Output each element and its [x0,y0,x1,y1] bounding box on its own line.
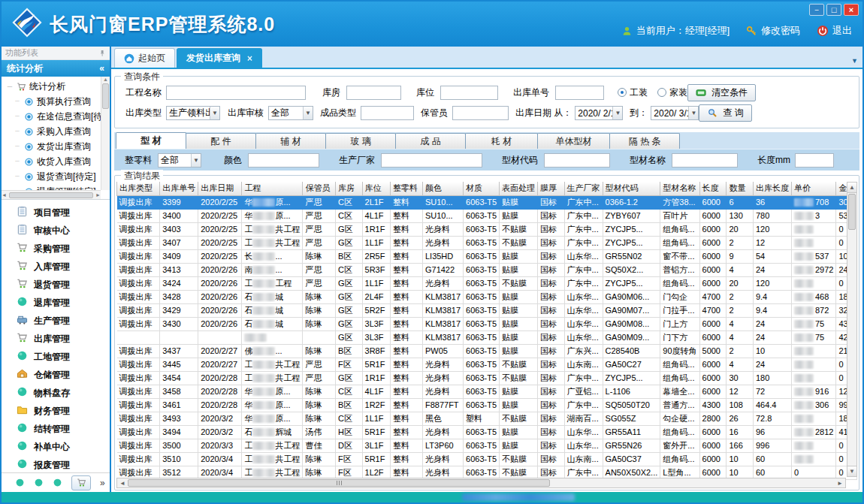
table-row[interactable]: 调拨出库34072020/2/25工共工程严思G区1L1F整料光身料6063-T… [117,236,857,249]
tree-item[interactable]: ┈ 预算执行查询 [6,94,110,109]
table-row[interactable]: 调拨出库34132020/2/26南...严思C区5R3F整料G71422606… [117,263,857,276]
material-tab[interactable]: 耗 材 [465,133,538,149]
column-header[interactable]: 整零料 [391,182,423,195]
column-header[interactable]: 出库日期 [198,182,242,195]
sidebar-menu-item[interactable]: 补单中心 [2,438,110,456]
profile-code-input[interactable] [544,153,610,167]
whole-part-select[interactable]: 全部▼ [158,153,201,167]
column-header[interactable]: 工程 [242,182,303,195]
slot-input[interactable] [440,86,498,100]
sidebar-menu-item[interactable]: 入库管理 [2,258,110,276]
tab-home[interactable]: 起始页 [114,48,175,68]
clear-conditions-button[interactable]: 清空条件 [687,84,756,101]
table-row[interactable]: 调拨出库34942020/3/2石辉城汤伟H区5R1F整料光身料6063-T5贴… [117,425,857,439]
table-row[interactable]: 调拨出库35002020/3/3工共工程曹佳D区3L1F整料LT3P606063… [117,439,857,452]
order-no-input[interactable] [555,86,604,100]
sidebar-menu-item[interactable]: 结转管理 [2,420,110,438]
tab-shipment-query[interactable]: 发货出库查询 × [177,48,262,68]
column-header[interactable]: 保管员 [303,182,336,195]
product-type-input[interactable] [361,106,414,120]
more-buttons-chevron[interactable]: » [100,478,105,488]
column-header[interactable]: 库房 [336,182,363,195]
column-header[interactable]: 数量 [727,182,754,195]
sidebar-menu-item[interactable]: 审核中心 [2,222,110,240]
table-row[interactable]: 调拨出库34452020/2/27工共工程严思F区5R1F整料光身料6063-T… [117,358,857,371]
table-row[interactable]: 调拨出库34032020/2/25工共工程严思G区1R1F整料光身料6063-T… [117,222,857,236]
tree-item[interactable]: ┈ 收货入库查询 [6,154,110,169]
dot-icon[interactable] [53,478,62,487]
sidebar-menu-item[interactable]: 工地管理 [2,348,110,366]
collapse-icon[interactable]: « [99,63,104,74]
sidebar-menu-item[interactable]: 财务管理 [2,402,110,420]
table-row[interactable]: 调拨出库34542020/2/28工共工程严思G区1R1F整料光身料6063-T… [117,371,857,385]
dot-icon[interactable] [15,478,25,487]
table-row[interactable]: 调拨出库34582020/2/28华原...陈琳C区4L1F整料光身料6063-… [117,385,857,398]
pin-icon[interactable] [98,50,106,57]
length-input[interactable] [795,153,834,167]
column-header[interactable]: 库位 [362,182,391,195]
table-row[interactable]: 调拨出库35102020/3/4工共工程陈琳F区5R1F整料光身料6063-T5… [117,452,857,466]
sidebar-menu-item[interactable]: 项目管理 [2,204,110,222]
table-row[interactable]: 调拨出库34612020/2/28华原...陈琳B区1R2F整料F8877FT6… [117,398,857,412]
profile-name-input[interactable] [672,153,738,167]
tree-vertical-scrollbar[interactable]: ▲ [101,77,110,190]
table-row[interactable]: 调拨出库33992020/2/25华原...严思C区2L1F整料SU10...6… [117,195,857,209]
table-row[interactable]: G区3L3F整料KLM38176063-T5贴膜国标山东华...GA90M09.… [117,330,857,344]
column-header[interactable]: 表面处理 [500,182,538,195]
sidebar-menu-item[interactable]: 出库管理 [2,330,110,348]
column-header[interactable]: 膜厚 [538,182,565,195]
material-tab[interactable]: 玻 璃 [325,133,396,149]
material-tab[interactable]: 型 材 [116,132,186,149]
material-tab[interactable]: 辅 材 [255,133,326,149]
column-header[interactable]: 出库类型 [117,182,160,195]
table-row[interactable]: 调拨出库34242020/2/26工工程严思G区1L1F整料光身料6063-T5… [117,276,857,290]
sidebar-menu-item[interactable]: 退货管理 [2,276,110,294]
logout-button[interactable]: 退出 [817,24,852,38]
column-header[interactable]: 出库单号 [160,182,198,195]
table-row[interactable]: 调拨出库34092020/2/25长...陈琳B区2R5F整料LI35HD606… [117,249,857,263]
tree-item[interactable]: ┈ 采购入库查询 [6,124,110,139]
close-button[interactable]: × [844,4,859,16]
sidebar-menu-item[interactable]: 报废管理 [2,456,110,472]
table-row[interactable]: 调拨出库34002020/2/25华原...严思C区4L1F整料SU10...6… [117,209,857,222]
column-header[interactable]: 材质 [464,182,500,195]
tree-item[interactable]: ┈ 退货查询[待定] [6,169,110,184]
column-header[interactable]: 长度 [699,182,727,195]
material-tab[interactable]: 成 品 [395,133,466,149]
column-header[interactable]: 生产厂家 [564,182,603,195]
keeper-input[interactable] [452,106,509,120]
tree-horizontal-scrollbar[interactable]: ◄► [2,190,101,199]
cart-view-button[interactable] [71,475,91,490]
column-header[interactable]: 颜色 [422,182,463,195]
dot-icon[interactable] [34,478,44,487]
date-from-select[interactable]: 2020/ 2/16▼ [575,106,623,120]
table-row[interactable]: 调拨出库34372020/2/27佛...陈琳B区3R8F整料PW056063-… [117,344,857,358]
radio-gongzhuang[interactable]: 工装 [618,86,648,99]
table-vertical-scrollbar[interactable]: ▲ ▼ [847,182,857,477]
tab-close-icon[interactable]: × [247,53,252,64]
tab-overflow-icon[interactable]: ▼ [851,57,858,65]
radio-jiazhuang[interactable]: 家装 [657,86,687,99]
change-password-button[interactable]: 修改密码 [746,24,800,38]
sidebar-menu-item[interactable]: 退库管理 [2,294,110,312]
date-to-select[interactable]: 2020/ 3/16▼ [651,106,699,120]
column-header[interactable]: 出库长度 [753,182,791,195]
tree-item[interactable]: ┈ 发货出库查询 [6,139,110,154]
sidebar-menu-item[interactable]: 生产管理 [2,312,110,330]
maximize-button[interactable]: □ [826,4,841,16]
table-row[interactable]: 调拨出库34932020/3/2华原...陈琳C区1L1F整料黑色塑料不贴膜国标… [117,412,857,425]
tree-item[interactable]: ┈ 在途信息查询[待 [6,109,110,124]
table-horizontal-scrollbar[interactable]: ◄ ► [116,478,846,488]
material-tab[interactable]: 隔 热 条 [609,133,680,149]
maker-input[interactable] [381,153,482,167]
sidebar-menu-item[interactable]: 仓储管理 [2,366,110,384]
color-input[interactable] [248,153,319,167]
table-row[interactable]: 调拨出库34292020/2/26石城陈琳G区5R2F整料KLM38176063… [117,303,857,317]
material-tab[interactable]: 配 件 [186,133,256,149]
table-row[interactable]: 调拨出库34282020/2/26石城陈琳G区2L4F整料KLM38176063… [117,290,857,303]
material-tab[interactable]: 单体型材 [537,133,610,149]
sidebar-group-header[interactable]: 统计分析 « [2,60,110,77]
outbound-type-select[interactable]: 生产领料出库▼ [166,106,220,120]
project-name-input[interactable] [166,86,306,100]
tree-root[interactable]: ─ 统计分析 [6,79,110,94]
